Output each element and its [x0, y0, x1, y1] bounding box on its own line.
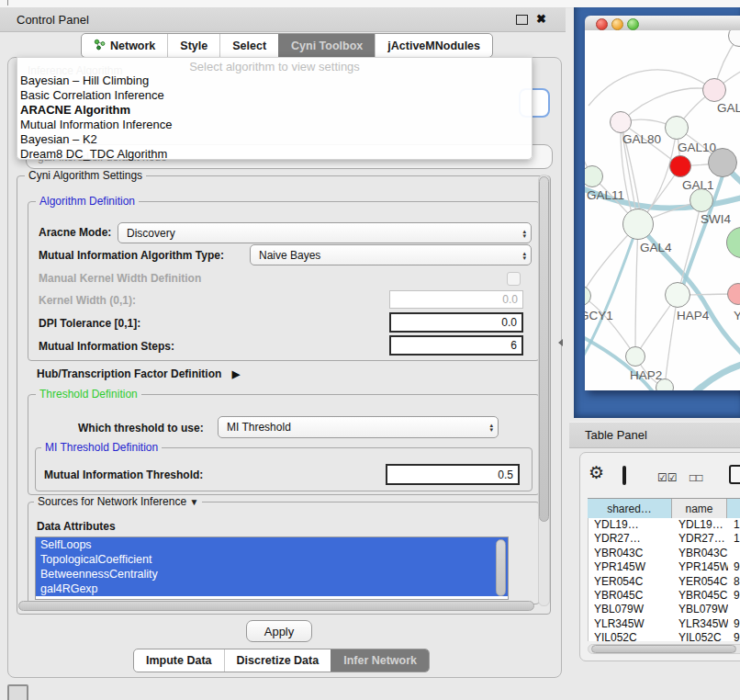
node-big-green[interactable] — [726, 227, 740, 258]
node-gal1[interactable] — [669, 155, 691, 177]
mi-threshold-label: Mutual Information Threshold: — [44, 469, 203, 481]
table-settings-gear-icon[interactable] — [589, 465, 604, 482]
table-cell: 9. — [728, 617, 740, 631]
node-gal10[interactable] — [665, 116, 689, 140]
bottom-tab-impute-data[interactable]: Impute Data — [134, 649, 224, 672]
manual-kernel-checkbox[interactable] — [507, 272, 521, 286]
node-partial-top[interactable] — [728, 30, 740, 47]
node-gal[interactable] — [702, 78, 726, 102]
mi-steps-input[interactable]: 6 — [389, 335, 523, 356]
tab-label: Cyni Toolbox — [291, 40, 363, 52]
table-panel-titlebar: Table Panel — [569, 422, 740, 448]
algorithm-dropdown-list: Bayesian – Hill ClimbingBasic Correlatio… — [17, 73, 532, 162]
attribute-item-selected[interactable]: BetweennessCentrality — [36, 567, 508, 581]
table-row[interactable]: YER054CYER054C8. — [589, 575, 740, 589]
dpi-tolerance-input[interactable]: 0.0 — [389, 312, 523, 333]
table-row[interactable]: YDL19…YDL19…13 — [589, 518, 740, 532]
minimized-panel-icon[interactable] — [7, 684, 28, 700]
table-row[interactable]: YBR045CYBR045C9. — [589, 589, 740, 603]
tab-cyni-toolbox[interactable]: Cyni Toolbox — [278, 34, 375, 57]
table-cell: YLR345W — [673, 617, 728, 631]
column-layout-icon[interactable] — [622, 466, 626, 485]
network-canvas[interactable]: GALGAL80GAL10GAL1GAL11SWI4GAL4HAP4YGCY1H… — [585, 30, 740, 390]
node-gal11[interactable] — [585, 165, 603, 187]
attributes-list-scrollbar[interactable] — [496, 539, 506, 596]
settings-horizontal-scrollbar-thumb[interactable] — [18, 601, 534, 611]
close-panel-icon[interactable]: ✖ — [536, 13, 546, 25]
table-row[interactable]: YPR145WYPR145W9. — [589, 560, 740, 574]
algorithm-dropdown-hint: Select algorithm to view settings — [17, 60, 532, 73]
algorithm-option[interactable]: ARACNE Algorithm — [17, 103, 532, 118]
node-gal4-label: GAL4 — [640, 241, 672, 254]
algorithm-option[interactable]: Mutual Information Inference — [17, 118, 532, 132]
cyni-algorithm-settings-title: Cyni Algorithm Settings — [25, 169, 146, 182]
table-cell: YDL19… — [589, 518, 673, 532]
combo-spinner-icon — [522, 245, 526, 265]
table-row[interactable]: YLR345WYLR345W9. — [589, 617, 740, 631]
deselect-all-checkboxes-icon[interactable] — [690, 469, 703, 485]
kernel-width-input[interactable]: 0.0 — [389, 290, 523, 309]
table-cell: YIL052C — [589, 631, 673, 641]
algorithm-option[interactable]: Bayesian – Hill Climbing — [17, 73, 532, 88]
node-gray[interactable] — [708, 148, 737, 177]
mi-threshold-input[interactable]: 0.5 — [386, 464, 520, 485]
bottom-tab-discretize-data[interactable]: Discretize Data — [224, 649, 331, 672]
node-partial-bottom[interactable] — [656, 378, 674, 390]
node-gal80[interactable] — [610, 111, 632, 133]
network-window-titlebar[interactable] — [585, 16, 740, 31]
node-swi4[interactable] — [690, 188, 713, 212]
settings-vertical-scrollbar-thumb[interactable] — [539, 176, 549, 522]
data-attributes-list[interactable]: SelfLoopsTopologicalCoefficientBetweenne… — [35, 536, 509, 600]
apply-button[interactable]: Apply — [246, 620, 312, 642]
hub-definition-toggle[interactable]: Hub/Transcription Factor Definition ▶ — [37, 367, 240, 380]
column-header-name[interactable]: name — [672, 499, 727, 519]
table-cell — [728, 547, 740, 560]
table-cell: 9 — [728, 631, 740, 641]
app-root: { "colors": { "selection_blue": "#3D6BD8… — [0, 0, 740, 700]
node-gcy1[interactable] — [585, 286, 591, 306]
aracne-mode-label: Aracne Mode: — [39, 226, 111, 239]
node-salmon[interactable] — [727, 283, 740, 305]
mi-type-combo[interactable]: Naive Bayes — [250, 244, 532, 265]
combo-spinner-icon — [489, 417, 493, 437]
zoom-window-icon[interactable] — [627, 18, 639, 30]
table-row[interactable]: YDR27…YDR27…12 — [589, 532, 740, 546]
tab-jactivemnodules[interactable]: jActiveMNodules — [375, 34, 492, 57]
node-hap4[interactable] — [665, 282, 690, 308]
node-hap2[interactable] — [625, 346, 645, 367]
select-all-checkboxes-icon[interactable] — [657, 469, 678, 485]
attribute-item-selected[interactable]: TopologicalCoefficient — [36, 552, 508, 567]
table-row[interactable]: YBL079WYBL079W — [589, 603, 740, 616]
column-header-a[interactable]: A — [727, 499, 740, 519]
mi-type-value: Naive Bayes — [259, 249, 320, 262]
bottom-tab-infer-network[interactable]: Infer Network — [331, 649, 429, 672]
table-row[interactable]: YIL052CYIL052C9 — [589, 631, 740, 641]
table-cell — [728, 603, 740, 616]
aracne-mode-combo[interactable]: Discovery — [118, 222, 532, 243]
table-hscrollbar-thumb[interactable] — [591, 645, 736, 653]
table-row[interactable]: YBR043CYBR043C — [589, 547, 740, 560]
minimize-window-icon[interactable] — [611, 18, 623, 30]
hub-definition-label: Hub/Transcription Factor Definition — [37, 367, 221, 380]
algorithm-option[interactable]: Basic Correlation Inference — [17, 88, 532, 103]
tab-network[interactable]: Network — [82, 34, 167, 57]
attribute-item-selected[interactable]: gal4RGexp — [36, 581, 508, 596]
sources-group-title[interactable]: Sources for Network Inference ▼ — [34, 495, 202, 508]
column-header-shared[interactable]: shared… — [588, 499, 672, 519]
tab-style[interactable]: Style — [167, 34, 219, 57]
tab-select[interactable]: Select — [219, 34, 278, 57]
new-table-icon[interactable] — [729, 465, 740, 484]
attribute-item-selected[interactable]: SelfLoops — [36, 537, 508, 552]
which-threshold-combo[interactable]: MI Threshold — [218, 416, 499, 438]
splitter-collapse-arrow[interactable] — [558, 339, 563, 346]
float-panel-icon[interactable] — [516, 15, 528, 25]
node-gal4[interactable] — [622, 209, 654, 240]
algorithm-option[interactable]: Bayesian – K2 — [17, 132, 532, 147]
table-cell: YPR145W — [673, 560, 728, 574]
kernel-width-value: 0.0 — [502, 293, 518, 306]
table-body[interactable]: YDL19…YDL19…13YDR27…YDR27…12YBR043CYBR04… — [588, 518, 740, 641]
algorithm-option[interactable]: Dream8 DC_TDC Algorithm — [17, 147, 532, 162]
algorithm-definition-title: Algorithm Definition — [36, 195, 139, 208]
close-window-icon[interactable] — [596, 18, 608, 30]
network-window[interactable]: GALGAL80GAL10GAL1GAL11SWI4GAL4HAP4YGCY1H… — [585, 16, 740, 390]
